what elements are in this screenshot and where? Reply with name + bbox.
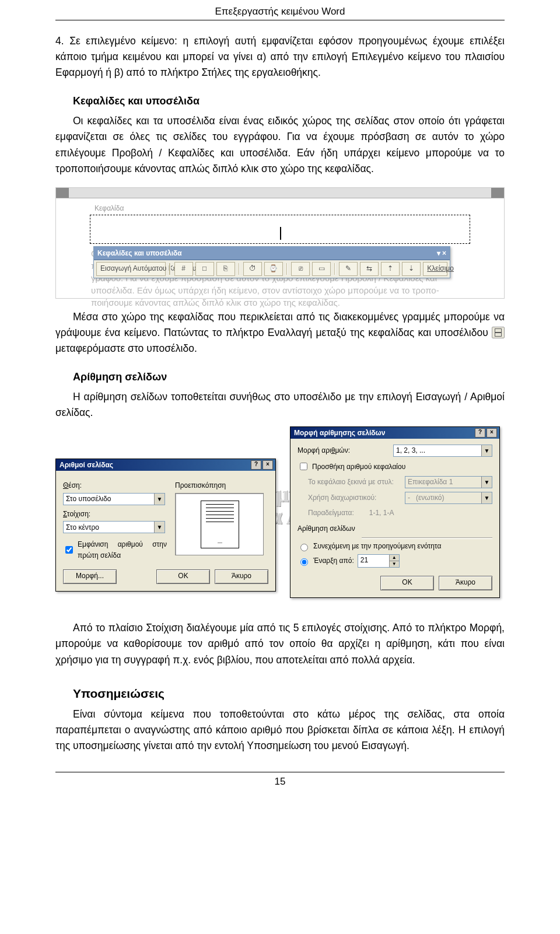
spin-down-icon[interactable]: ▼: [390, 561, 399, 567]
close-icon[interactable]: ×: [487, 428, 497, 438]
chevron-down-icon[interactable]: ▼: [481, 445, 492, 456]
page-number: 15: [55, 776, 505, 788]
chapter-style-label: Το κεφάλαιο ξεκινά με στυλ:: [298, 477, 397, 488]
show-previous-icon[interactable]: ⇡: [381, 262, 400, 276]
switch-header-footer-icon[interactable]: ⇆: [360, 262, 379, 276]
dialogs-row: Αριθμοί σελίδας ? × Θέση: Στο υποσέλιδο …: [55, 426, 505, 607]
switch-header-footer-inline-icon: [492, 327, 505, 338]
dialog-title: Μορφή αρίθμησης σελίδων: [294, 428, 385, 439]
chevron-down-icon[interactable]: ▼: [154, 494, 164, 505]
insert-time-icon[interactable]: ⌚: [264, 262, 283, 276]
continue-label: Συνεχόμενη με την προηγούμενη ενότητα: [313, 541, 441, 552]
dialog-title: Αριθμοί σελίδας: [60, 460, 113, 471]
page-numbers-dialog[interactable]: Αριθμοί σελίδας ? × Θέση: Στο υποσέλιδο …: [55, 459, 276, 591]
page-number-format-dialog[interactable]: Μορφή αρίθμησης σελίδων ? × Μορφή αριθμώ…: [290, 426, 500, 598]
start-at-input[interactable]: 21 ▲ ▼: [358, 554, 400, 568]
alignment-select[interactable]: Στο κέντρο ▼: [63, 521, 165, 533]
include-chapter-checkbox[interactable]: [300, 463, 307, 470]
continue-radio[interactable]: [300, 544, 308, 551]
insert-autotext-button[interactable]: Εισαγωγή Αυτόματου Κειμένου ▾: [96, 262, 166, 276]
text-cursor-icon: [280, 227, 281, 240]
ok-button[interactable]: OK: [380, 576, 434, 590]
format-page-number-icon[interactable]: ⎘: [216, 262, 235, 276]
toolbar-close-button[interactable]: Κλείσιμο: [423, 262, 447, 276]
cancel-button[interactable]: Άκυρο: [439, 576, 492, 590]
ok-button[interactable]: OK: [156, 569, 210, 584]
examples-value: 1-1, 1-A: [369, 508, 394, 519]
chevron-down-icon: ▼: [481, 492, 492, 503]
chevron-down-icon: ▼: [481, 477, 492, 488]
paragraph-alignment-format: Από το πλαίσιο Στοίχιση διαλέγουμε μία α…: [55, 620, 505, 667]
running-header: Επεξεργαστής κειμένου Word: [55, 0, 505, 20]
preview-box: —: [175, 493, 264, 555]
help-icon[interactable]: ?: [251, 460, 261, 470]
insert-pages-count-icon[interactable]: □: [195, 262, 214, 276]
paragraph-item-4: 4. Σε επιλεγμένο κείμενο: η επιλογή αυτή…: [55, 33, 505, 81]
section-heading-footnotes: Υποσημειώσεις: [55, 684, 505, 704]
toolbar-close-x-icon[interactable]: ▾ ×: [437, 248, 446, 259]
separator-label: Χρήση διαχωριστικού:: [298, 492, 397, 503]
start-at-radio[interactable]: [300, 558, 308, 566]
format-button[interactable]: Μορφή...: [63, 569, 117, 584]
insert-page-number-icon[interactable]: #: [174, 262, 193, 276]
position-label: Θέση:: [63, 480, 167, 491]
header-edit-area[interactable]: [90, 215, 470, 244]
figure-header-area: Κεφαλίδα Οι κεφαλίδες και τα υποσέλιδα ε…: [55, 187, 505, 299]
ruler: [56, 188, 504, 198]
show-on-first-page-checkbox[interactable]: [65, 546, 73, 554]
include-chapter-label: Προσθήκη αριθμού κεφαλαίου: [312, 461, 405, 473]
alignment-label: Στοίχιση:: [63, 509, 167, 520]
show-hide-text-icon[interactable]: ▭: [312, 262, 331, 276]
paragraph-after-figure: Μέσα στο χώρο της κεφαλίδας που περικλεί…: [55, 309, 505, 356]
paragraph-footnotes: Είναι σύντομα κείμενα που τοποθετούνται …: [55, 706, 505, 754]
position-select[interactable]: Στο υποσέλιδο ▼: [63, 493, 165, 505]
insert-date-icon[interactable]: ⏱: [243, 262, 262, 276]
examples-label: Παραδείγματα:: [298, 508, 354, 519]
paragraph-headers-footers: Οι κεφαλίδες και τα υποσέλιδα είναι ένας…: [55, 113, 505, 177]
header-rule: [55, 20, 505, 20]
number-format-label: Μορφή αριθμών:: [298, 445, 385, 456]
chapter-style-select: Επικεφαλίδα 1 ▼: [405, 476, 492, 488]
number-format-select[interactable]: 1, 2, 3, ... ▼: [393, 445, 492, 457]
mini-page-icon: —: [201, 501, 239, 548]
header-zone-label: Κεφαλίδα: [94, 203, 487, 214]
separator-select: - (ενωτικό) ▼: [405, 492, 492, 504]
close-icon[interactable]: ×: [262, 460, 273, 470]
footer-rule: [55, 772, 505, 772]
show-on-first-page-label: Εμφάνιση αριθμού στην πρώτη σελίδα: [78, 539, 167, 561]
toolbar-title: Κεφαλίδες και υποσέλιδα: [97, 249, 182, 257]
page-setup-icon[interactable]: ⎚: [291, 262, 310, 276]
help-icon[interactable]: ?: [475, 428, 485, 438]
spin-up-icon[interactable]: ▲: [390, 555, 399, 561]
section-heading-page-numbering: Αρίθμηση σελίδων: [55, 369, 505, 386]
cancel-button[interactable]: Άκυρο: [215, 569, 268, 584]
show-next-icon[interactable]: ⇣: [402, 262, 421, 276]
header-footer-toolbar[interactable]: Κεφαλίδες και υποσέλιδα ▾ × Εισαγωγή Αυτ…: [93, 246, 450, 279]
start-at-label: Έναρξη από:: [313, 555, 354, 566]
page-numbering-group-label: Αρίθμηση σελίδων: [298, 523, 492, 534]
chevron-down-icon[interactable]: ▼: [154, 522, 164, 533]
preview-label: Προεπισκόπηση: [175, 480, 268, 491]
section-heading-headers-footers: Κεφαλίδες και υποσέλιδα: [55, 93, 505, 110]
same-as-previous-icon[interactable]: ✎: [339, 262, 358, 276]
paragraph-page-numbering: Η αρίθμηση σελίδων τοποθετείται συνήθως …: [55, 389, 505, 421]
